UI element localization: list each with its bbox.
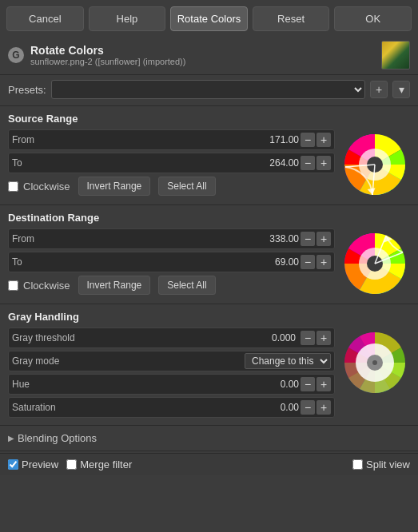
file-subtitle: sunflower.png-2 ([sunflower] (imported)): [30, 57, 185, 66]
source-to-minus[interactable]: −: [301, 156, 315, 170]
presets-label: Presets:: [8, 84, 46, 96]
source-to-plus[interactable]: +: [316, 156, 331, 170]
gray-color-wheel: [340, 328, 410, 398]
source-to-row: To 264.00 − +: [8, 153, 335, 173]
dest-from-value: 338.00: [68, 233, 299, 244]
dest-to-value: 69.00: [68, 256, 299, 268]
presets-row: Presets: + ▾: [0, 75, 418, 104]
gray-saturation-row: Saturation 0.00 − +: [8, 397, 335, 418]
dest-check-row: Clockwise Invert Range Select All: [8, 276, 335, 295]
plugin-icon: G: [8, 47, 24, 63]
source-range-block: From 171.00 − + To 264.00 − + Clockwise …: [8, 129, 410, 200]
split-check-label[interactable]: Split view: [352, 459, 410, 470]
destination-range-block: From 338.00 − + To 69.00 − + Clockwise I…: [8, 228, 410, 299]
dest-select-all-button[interactable]: Select All: [158, 276, 215, 295]
dest-clockwise-label: Clockwise: [23, 280, 70, 292]
preset-menu-button[interactable]: ▾: [392, 81, 410, 98]
gray-saturation-plus[interactable]: +: [316, 400, 331, 415]
bottom-bar: Preview Merge filter Split view: [0, 453, 418, 475]
header: G Rotate Colors sunflower.png-2 ([sunflo…: [0, 36, 418, 75]
blending-options-row[interactable]: ▶ Blending Options: [0, 427, 418, 449]
dialog-title: Rotate Colors: [30, 44, 185, 57]
gray-threshold-label: Gray threshold: [12, 332, 272, 343]
destination-range-fields: From 338.00 − + To 69.00 − + Clockwise I…: [8, 228, 335, 298]
source-from-value: 171.00: [68, 134, 299, 145]
destination-range-title: Destination Range: [8, 212, 410, 224]
thumbnail: [381, 41, 410, 69]
gray-hue-row: Hue 0.00 − +: [8, 374, 335, 395]
source-from-row: From 171.00 − +: [8, 129, 335, 150]
preview-label: Preview: [22, 459, 58, 470]
source-from-plus[interactable]: +: [316, 133, 331, 147]
svg-point-12: [372, 360, 377, 365]
source-select-all-button[interactable]: Select All: [158, 177, 215, 196]
blending-options-label: Blending Options: [18, 432, 97, 444]
gray-mode-select[interactable]: Change to this: [245, 353, 331, 369]
dest-invert-button[interactable]: Invert Range: [78, 276, 151, 295]
merge-label: Merge filter: [80, 459, 132, 470]
gray-hue-value: 0.00: [68, 379, 299, 390]
ok-button[interactable]: OK: [334, 6, 412, 31]
split-checkbox[interactable]: [352, 459, 363, 470]
merge-checkbox[interactable]: [66, 459, 77, 470]
source-from-label: From: [12, 134, 68, 145]
source-invert-button[interactable]: Invert Range: [78, 177, 151, 196]
presets-select[interactable]: [51, 80, 365, 99]
gray-threshold-plus[interactable]: +: [316, 331, 331, 345]
gray-handling-section: Gray Handling Gray threshold 0.000 − + G…: [0, 306, 418, 423]
dest-from-label: From: [12, 233, 68, 244]
dest-to-label: To: [12, 256, 68, 268]
split-label: Split view: [366, 459, 410, 470]
preview-checkbox[interactable]: [8, 459, 18, 470]
source-to-label: To: [12, 157, 68, 169]
gray-saturation-value: 0.00: [68, 402, 299, 413]
source-color-wheel: [340, 129, 410, 200]
header-text: Rotate Colors sunflower.png-2 ([sunflowe…: [30, 44, 185, 66]
rotate-colors-button[interactable]: Rotate Colors: [170, 6, 248, 31]
dest-from-plus[interactable]: +: [316, 232, 331, 246]
gray-saturation-minus[interactable]: −: [301, 400, 315, 415]
dest-to-plus[interactable]: +: [316, 255, 331, 269]
gray-hue-plus[interactable]: +: [316, 377, 331, 391]
dest-from-row: From 338.00 − +: [8, 228, 335, 249]
destination-color-wheel: [340, 228, 410, 299]
gray-block: Gray threshold 0.000 − + Gray mode Chang…: [8, 328, 410, 420]
merge-check-label[interactable]: Merge filter: [66, 459, 132, 470]
reset-button[interactable]: Reset: [253, 6, 330, 31]
gray-fields: Gray threshold 0.000 − + Gray mode Chang…: [8, 328, 335, 420]
source-range-fields: From 171.00 − + To 264.00 − + Clockwise …: [8, 129, 335, 199]
source-to-value: 264.00: [68, 157, 299, 169]
dest-to-row: To 69.00 − +: [8, 252, 335, 272]
gray-threshold-value: 0.000: [272, 332, 296, 343]
gray-handling-title: Gray Handling: [8, 311, 410, 323]
source-range-section: Source Range From 171.00 − + To 264.00 −…: [0, 108, 418, 203]
gray-threshold-row: Gray threshold 0.000 − +: [8, 328, 335, 348]
dest-clockwise-checkbox[interactable]: [8, 280, 18, 291]
destination-range-section: Destination Range From 338.00 − + To 69.…: [0, 207, 418, 302]
source-check-row: Clockwise Invert Range Select All: [8, 177, 335, 196]
preview-check-label[interactable]: Preview: [8, 459, 58, 470]
source-clockwise-label: Clockwise: [23, 181, 70, 193]
source-range-title: Source Range: [8, 113, 410, 125]
gray-threshold-minus[interactable]: −: [301, 331, 315, 345]
source-from-minus[interactable]: −: [301, 133, 315, 147]
cancel-button[interactable]: Cancel: [6, 6, 84, 31]
blending-triangle-icon: ▶: [8, 434, 14, 443]
preset-add-button[interactable]: +: [370, 81, 388, 98]
dest-from-minus[interactable]: −: [301, 232, 315, 246]
gray-saturation-label: Saturation: [12, 402, 68, 413]
source-clockwise-checkbox[interactable]: [8, 181, 18, 192]
top-bar: Cancel Help Rotate Colors Reset OK: [0, 0, 418, 36]
help-button[interactable]: Help: [89, 6, 166, 31]
gray-mode-label: Gray mode: [12, 355, 245, 367]
dest-to-minus[interactable]: −: [301, 255, 315, 269]
gray-hue-label: Hue: [12, 379, 68, 390]
gray-hue-minus[interactable]: −: [301, 377, 315, 391]
gray-mode-row: Gray mode Change to this: [8, 351, 335, 371]
